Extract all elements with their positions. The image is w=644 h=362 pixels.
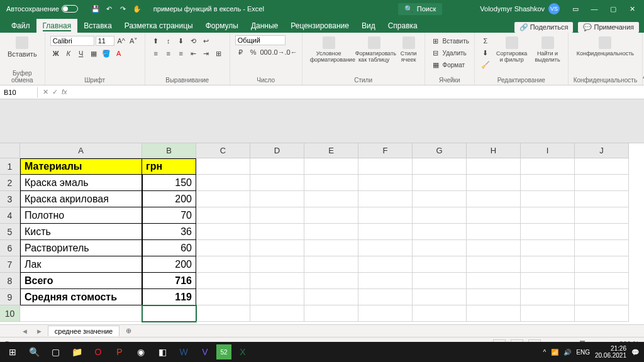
format-cells-button[interactable]: ▦Формат [430, 59, 469, 70]
cell[interactable]: грн [142, 158, 196, 175]
sheet-nav-prev-icon[interactable]: ◄ [19, 327, 31, 335]
cell[interactable] [304, 256, 358, 273]
tray-lang[interactable]: ENG [576, 349, 590, 356]
redo-icon[interactable]: ↷ [118, 4, 128, 14]
cell[interactable] [304, 207, 358, 224]
cell[interactable]: 70 [142, 207, 196, 224]
cell[interactable] [467, 289, 521, 305]
cell[interactable]: Материалы [20, 158, 142, 175]
cell[interactable] [250, 273, 304, 289]
cell[interactable]: 716 [142, 273, 196, 289]
cell[interactable] [358, 305, 413, 322]
search-box[interactable]: 🔍 Поиск [398, 3, 442, 15]
cell[interactable] [467, 240, 521, 256]
tab-data[interactable]: Данные [245, 19, 284, 33]
cell[interactable] [304, 191, 358, 207]
row-header[interactable]: 1 [0, 158, 20, 175]
cell[interactable] [304, 273, 358, 289]
cell[interactable] [196, 305, 250, 322]
cell[interactable] [467, 256, 521, 273]
bold-button[interactable]: Ж [50, 48, 62, 59]
increase-font-icon[interactable]: A^ [116, 35, 127, 47]
tray-chevron-icon[interactable]: ^ [543, 349, 547, 356]
cell[interactable] [196, 224, 250, 240]
cell[interactable] [250, 224, 304, 240]
cell[interactable] [521, 289, 575, 305]
cell[interactable] [358, 175, 413, 191]
cell[interactable] [250, 175, 304, 191]
tab-formulas[interactable]: Формулы [199, 19, 245, 33]
row-header[interactable]: 3 [0, 191, 20, 207]
cell[interactable] [575, 289, 629, 305]
tray-network-icon[interactable]: 📶 [551, 349, 558, 356]
tab-help[interactable]: Справка [382, 19, 424, 33]
cell[interactable] [575, 305, 629, 322]
cell[interactable] [521, 224, 575, 240]
cell[interactable] [413, 175, 467, 191]
font-name-select[interactable] [50, 36, 94, 46]
enter-formula-icon[interactable]: ✓ [52, 88, 58, 96]
col-header[interactable]: H [467, 143, 521, 158]
align-bottom-icon[interactable]: ⬇ [175, 35, 187, 47]
user-account[interactable]: Volodymyr Shashkov VS [480, 3, 560, 14]
cell[interactable] [358, 207, 413, 224]
number-format-select[interactable] [235, 35, 286, 45]
col-header[interactable]: G [413, 143, 467, 158]
undo-icon[interactable]: ↶ [104, 4, 114, 14]
cell[interactable]: Кисть [20, 224, 142, 240]
word-icon[interactable]: W [174, 343, 194, 361]
touch-icon[interactable]: ✋ [132, 4, 142, 14]
col-header[interactable]: D [250, 143, 304, 158]
close-icon[interactable]: ✕ [623, 3, 641, 15]
conditional-formatting-button[interactable]: Условное форматирование [308, 35, 350, 64]
italic-button[interactable]: К [63, 48, 74, 59]
cell[interactable] [196, 175, 250, 191]
delete-cells-button[interactable]: ⊟Удалить [430, 47, 469, 58]
cell[interactable] [196, 191, 250, 207]
align-middle-icon[interactable]: ↕ [163, 35, 174, 47]
cell[interactable] [413, 207, 467, 224]
tray-volume-icon[interactable]: 🔊 [564, 349, 571, 356]
col-header[interactable]: A [20, 143, 142, 158]
app-green-icon[interactable]: 52 [216, 344, 231, 359]
cell[interactable] [304, 289, 358, 305]
wrap-text-icon[interactable]: ↩ [201, 35, 212, 47]
font-size-select[interactable] [96, 36, 114, 46]
cell[interactable]: 60 [142, 240, 196, 256]
viber-icon[interactable]: V [195, 343, 215, 361]
tab-insert[interactable]: Вставка [77, 19, 118, 33]
row-header[interactable]: 10 [0, 305, 20, 322]
col-header[interactable]: F [358, 143, 413, 158]
cell[interactable] [413, 158, 467, 175]
cell[interactable] [413, 289, 467, 305]
cell[interactable] [358, 158, 413, 175]
col-header[interactable]: E [304, 143, 358, 158]
cell-active[interactable] [142, 305, 196, 322]
taskbar-search-icon[interactable]: 🔍 [24, 343, 44, 361]
cell[interactable] [413, 305, 467, 322]
cell[interactable]: Краска эмаль [20, 175, 142, 191]
cell[interactable] [575, 158, 629, 175]
cell[interactable] [467, 305, 521, 322]
cell[interactable] [304, 224, 358, 240]
cell[interactable] [521, 191, 575, 207]
cell[interactable] [304, 305, 358, 322]
row-header[interactable]: 9 [0, 289, 20, 305]
cell[interactable] [196, 158, 250, 175]
cell[interactable] [467, 175, 521, 191]
select-all-corner[interactable] [0, 143, 20, 158]
cell[interactable] [467, 191, 521, 207]
cell[interactable]: Полотно [20, 207, 142, 224]
cell[interactable] [467, 224, 521, 240]
fx-icon[interactable]: fx [62, 88, 67, 96]
opera-icon[interactable]: O [88, 343, 108, 361]
powerpoint-icon[interactable]: P [109, 343, 130, 361]
underline-button[interactable]: Ч [75, 48, 87, 59]
cell[interactable]: 150 [142, 175, 196, 191]
minimize-icon[interactable]: — [585, 3, 604, 15]
cell[interactable] [20, 305, 142, 322]
cell[interactable] [250, 207, 304, 224]
col-header[interactable]: C [196, 143, 250, 158]
row-header[interactable]: 5 [0, 224, 20, 240]
sort-filter-button[interactable]: Сортировка и фильтр [494, 35, 530, 64]
